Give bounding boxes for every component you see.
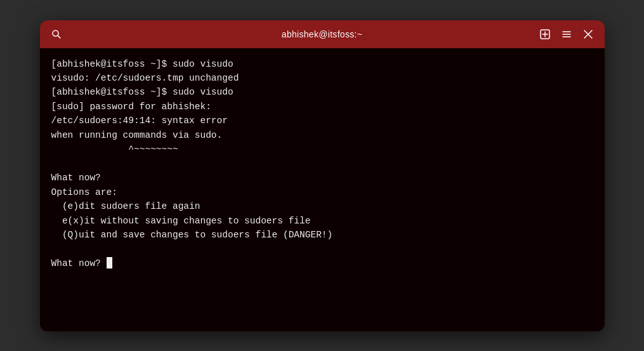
svg-line-1 [58,36,60,38]
titlebar-controls [536,25,597,43]
terminal-output[interactable]: [abhishek@itsfoss ~]$ sudo visudovisudo:… [40,48,605,331]
terminal-window: abhishek@itsfoss:~ [40,20,605,331]
terminal-line [51,157,593,171]
terminal-line: What now? [51,256,593,270]
terminal-line: What now? [51,171,593,185]
terminal-line: ^~~~~~~~~ [51,142,593,156]
terminal-line: (e)dit sudoers file again [51,199,593,213]
terminal-line: visudo: /etc/sudoers.tmp unchanged [51,71,593,85]
terminal-line: when running commands via sudo. [51,128,593,142]
new-tab-button[interactable] [536,25,554,43]
search-button[interactable] [48,25,65,43]
menu-button[interactable] [558,25,575,43]
terminal-line: Options are: [51,185,593,199]
close-button[interactable] [579,25,597,43]
titlebar: abhishek@itsfoss:~ [40,20,605,48]
terminal-line: (Q)uit and save changes to sudoers file … [51,228,593,242]
terminal-line: e(x)it without saving changes to sudoers… [51,214,593,228]
terminal-line [51,242,593,256]
terminal-line: /etc/sudoers:49:14: syntax error [51,114,593,128]
titlebar-left [48,25,65,43]
terminal-line: [abhishek@itsfoss ~]$ sudo visudo [51,85,593,99]
terminal-line: [sudo] password for abhishek: [51,100,593,114]
terminal-line: [abhishek@itsfoss ~]$ sudo visudo [51,57,593,71]
terminal-cursor [107,257,112,268]
window-title: abhishek@itsfoss:~ [282,29,362,39]
